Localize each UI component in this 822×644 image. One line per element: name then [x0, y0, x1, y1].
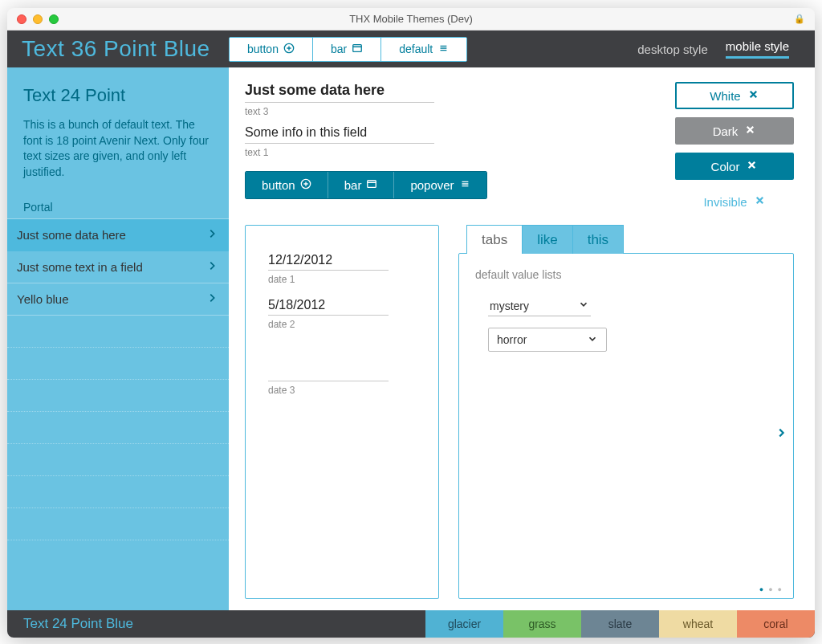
swatch-glacier[interactable]: glacier [425, 610, 503, 638]
tab-this[interactable]: this [572, 225, 624, 254]
dot-icon[interactable]: ● [759, 585, 763, 593]
portal-item-label: Yello blue [17, 292, 69, 306]
dot-icon[interactable]: ● [778, 585, 782, 593]
portal-empty-row [7, 476, 229, 508]
seg-popover[interactable]: popover [394, 172, 486, 198]
swatch-coral[interactable]: coral [737, 610, 815, 638]
dropdown-value: mystery [490, 300, 529, 312]
date-field-block: 5/18/2012 date 2 [268, 298, 389, 330]
field-value[interactable]: Some info in this field [245, 125, 434, 144]
svg-rect-3 [368, 181, 376, 188]
dropdown-value: horror [497, 333, 527, 346]
field-label: text 1 [245, 147, 434, 158]
date-value[interactable] [268, 365, 389, 381]
action-buttons-column: White Dark Color Invisible [670, 82, 794, 215]
seg-default[interactable]: default [381, 38, 466, 61]
page-dots: ● ● ● [759, 585, 782, 593]
text-field-block: Some info in this field text 1 [245, 125, 434, 158]
lock-icon: 🔒 [794, 14, 805, 24]
zoom-icon[interactable] [49, 14, 59, 24]
portal-empty-row [7, 444, 229, 476]
chevron-right-icon[interactable] [775, 422, 787, 443]
tabs-strip: tabs like this [458, 225, 794, 254]
dropdown-row: mystery [488, 296, 780, 316]
top-row: Just some data here text 3 Some info in … [245, 82, 794, 215]
close-icon[interactable] [17, 14, 26, 24]
portal-empty-row [7, 380, 229, 412]
tab-heading: default value lists [475, 268, 780, 281]
portal-empty-row [7, 412, 229, 444]
tab-label: this [588, 232, 608, 248]
swatch-label: wheat [683, 618, 713, 630]
field-value[interactable]: Just some data here [245, 82, 434, 103]
lower-row: 12/12/2012 date 1 5/18/2012 date 2 date … [245, 225, 794, 599]
tab-tabs[interactable]: tabs [466, 225, 523, 254]
tab-body: default value lists mystery horror [458, 253, 794, 599]
titlebar: THX Mobile Themes (Dev) 🔒 [7, 8, 815, 31]
button-label: White [710, 89, 740, 103]
seg-label: button [262, 178, 295, 192]
field-label: text 3 [245, 106, 434, 117]
button-label: Invisible [703, 195, 747, 209]
sidebar-header: Text 24 Point This is a bunch of default… [7, 67, 229, 190]
plus-circle-icon [300, 178, 311, 192]
portal-item[interactable]: Just some text in a field [7, 251, 229, 283]
swatch-label: coral [763, 618, 787, 630]
valuelist-dropdown[interactable]: mystery [488, 296, 591, 316]
svg-rect-1 [353, 44, 362, 51]
link-mobile-style[interactable]: mobile style [726, 39, 789, 59]
button-label: Dark [713, 124, 739, 138]
seg-button[interactable]: button [230, 38, 313, 61]
date-value[interactable]: 5/18/2012 [268, 298, 389, 316]
invisible-button[interactable]: Invisible [675, 188, 794, 215]
close-icon [744, 124, 756, 138]
swatch-wheat[interactable]: wheat [659, 610, 737, 638]
content-body: Text 24 Point This is a bunch of default… [7, 67, 815, 610]
date-value[interactable]: 12/12/2012 [268, 253, 389, 271]
seg-label: bar [331, 43, 347, 55]
portal-item[interactable]: Yello blue [7, 283, 229, 316]
sidebar: Text 24 Point This is a bunch of default… [7, 67, 229, 610]
main-panel: Just some data here text 3 Some info in … [229, 67, 815, 610]
dark-button[interactable]: Dark [675, 117, 794, 145]
header-bar: Text 36 Point Blue button bar default de… [7, 31, 815, 67]
date-label: date 3 [268, 385, 389, 396]
portal-item-label: Just some data here [17, 228, 126, 242]
seg-button[interactable]: button [246, 172, 328, 198]
white-button[interactable]: White [675, 82, 794, 109]
header-segment-control: button bar default [229, 37, 467, 62]
swatch-slate[interactable]: slate [581, 610, 659, 638]
seg-bar[interactable]: bar [328, 172, 395, 198]
seg-bar[interactable]: bar [313, 38, 381, 61]
portal-empty-row [7, 508, 229, 540]
chevron-down-icon [578, 299, 589, 312]
seg-label: default [399, 43, 433, 55]
swatch-grass[interactable]: grass [503, 610, 581, 638]
swatch-label: grass [528, 618, 555, 630]
chevron-right-icon [206, 292, 218, 306]
text-field-block: Just some data here text 3 [245, 82, 434, 117]
button-label: Color [711, 160, 740, 173]
panel-icon [366, 178, 377, 192]
close-icon [746, 159, 758, 173]
footer-title: Text 24 Point Blue [7, 610, 229, 638]
chevron-down-icon [587, 333, 598, 347]
portal-item[interactable]: Just some data here [7, 219, 229, 251]
plus-circle-icon [283, 43, 295, 56]
minimize-icon[interactable] [33, 14, 43, 24]
close-icon [754, 194, 766, 209]
portal-empty-row [7, 348, 229, 380]
header-title: Text 36 Point Blue [7, 36, 229, 62]
dot-icon[interactable]: ● [768, 585, 772, 593]
link-desktop-style[interactable]: desktop style [637, 43, 708, 56]
panel-icon [352, 43, 363, 56]
date-field-block: 12/12/2012 date 1 [268, 253, 389, 285]
fields-column: Just some data here text 3 Some info in … [245, 82, 646, 215]
valuelist-select[interactable]: horror [488, 328, 607, 352]
footer: Text 24 Point Blue glacier grass slate w… [7, 610, 815, 638]
list-icon [437, 43, 449, 56]
color-button[interactable]: Color [675, 153, 794, 180]
footer-spacer [229, 610, 425, 638]
tab-like[interactable]: like [522, 225, 573, 254]
portal-item-label: Just some text in a field [17, 260, 143, 274]
